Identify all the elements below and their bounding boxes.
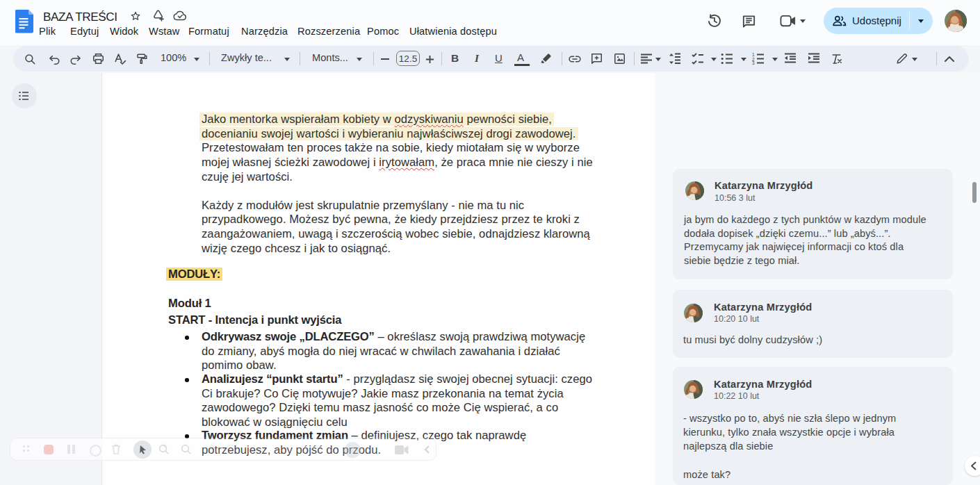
svg-text:3: 3: [752, 60, 755, 65]
